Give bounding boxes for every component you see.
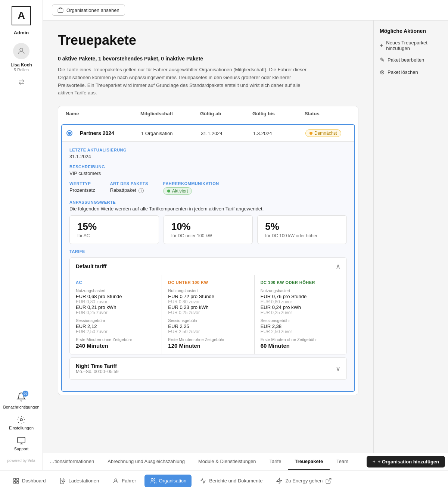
fahrer-dot (167, 190, 170, 193)
anpassung-percent-ac: 15% (77, 221, 151, 232)
minutes-label-ac: Erste Minuten ohne Zeitgebühr (76, 337, 156, 342)
stunde-ac-old: EUR 0,80 zuvor (76, 299, 156, 304)
col-gueltig-bis: Gültig bis (252, 111, 305, 116)
page-body: Treuepakete 0 aktive Pakete, 1 bevorsteh… (43, 21, 373, 453)
anpassung-sub-dc100: für DC unter 100 kW (171, 233, 245, 238)
anpassung-card-ac: 15% für AC (69, 215, 159, 244)
row-status: Demnächst (305, 129, 358, 137)
status-dot (309, 132, 312, 135)
tariff-body: AC Nutzungsbasiert EUR 0,68 pro Stunde E… (70, 275, 346, 354)
sidebar-bottom: 99 Benachrichtigungen Einstellungen Supp… (3, 392, 39, 456)
info-icon[interactable]: i (139, 188, 144, 193)
user-roles: 5 Rollen (14, 68, 29, 72)
avatar (13, 43, 29, 59)
edit-package-label: Paket bearbeiten (388, 57, 424, 63)
col-gueltig-ab: Gültig ab (200, 111, 252, 116)
nav-ladestationen[interactable]: Ladestationen (54, 475, 105, 487)
tab-abrechnung[interactable]: Abrechnung und Ausgleichszahlung (101, 453, 192, 470)
anpassung-sub-dc100plus: für DC 100 kW oder höher (265, 233, 339, 238)
svg-rect-5 (17, 478, 19, 480)
table-row-main: Partners 2024 1 Organisation 31.1.2024 1… (62, 125, 354, 141)
night-tariff-info: Night Time Tariff Mo.–So. 00:00–05:59 (76, 363, 119, 374)
table-row[interactable]: Partners 2024 1 Organisation 31.1.2024 1… (61, 124, 355, 392)
beschreibung-label: BESCHREIBUNG (69, 165, 347, 169)
werttyp-value: Prozentsatz (69, 187, 95, 193)
kwh-dc100-old: EUR 0,25 zuvor (168, 310, 248, 315)
beschreibung-section: BESCHREIBUNG VIP customers (69, 165, 347, 176)
nav-dashboard[interactable]: Dashboard (7, 475, 51, 487)
stunde-dc100plus-old: EUR 0,80 zuvor (261, 299, 340, 304)
nav-organisation[interactable]: Organisation (144, 475, 192, 487)
nav-berichte[interactable]: Berichte und Dokumente (195, 475, 268, 487)
page-title: Treuepakete (58, 32, 358, 48)
session-dc100plus: EUR 2,38 (261, 323, 340, 329)
delete-package-action[interactable]: ⊗ Paket löschen (380, 69, 442, 76)
delete-package-label: Paket löschen (388, 69, 418, 75)
tab-tarife[interactable]: Tarife (263, 453, 288, 470)
breadcrumb-button[interactable]: Organisationen ansehen (52, 4, 125, 16)
session-dc100plus-old: EUR 2,50 zuvor (261, 329, 340, 334)
col-status: Status (305, 111, 358, 116)
gear-icon (17, 415, 26, 424)
default-tariff-header[interactable]: Default tariff ∧ (70, 258, 346, 275)
stunde-dc100-old: EUR 0,80 zuvor (168, 299, 248, 304)
add-package-action[interactable]: + Neues Treueparket hinzufügen (380, 40, 442, 51)
tariff-col-dc100plus: DC 100 KW ODER HÖHER Nutzungsbasiert EUR… (255, 275, 346, 354)
nav-fahrer[interactable]: Fahrer (107, 475, 141, 487)
minutes-label-dc100plus: Erste Minuten ohne Zeitgebühr (261, 337, 340, 342)
nav-energy-label: Zu Energy gehen (285, 478, 323, 484)
notifications-item[interactable]: 99 Benachrichtigungen (3, 392, 39, 409)
org-nav-icon (150, 478, 156, 484)
admin-label: Admin (14, 30, 29, 35)
bottom-nav: Dashboard Ladestationen Fahrer Organisat… (0, 470, 448, 491)
nav-energy[interactable]: Zu Energy gehen (271, 475, 337, 487)
tab-treuepakete[interactable]: Treuepakete (288, 453, 330, 470)
add-org-plus-icon: + (373, 459, 376, 465)
switch-icon[interactable]: ⇄ (19, 78, 24, 86)
reports-icon (200, 478, 206, 484)
session-label-dc100plus: Sessionsgebühr (261, 318, 340, 323)
energy-icon (276, 478, 283, 484)
settings-label: Einstellungen (9, 426, 34, 430)
tariff-col-ac: AC Nutzungsbasiert EUR 0,68 pro Stunde E… (70, 275, 162, 354)
radio-selected (66, 130, 72, 136)
add-org-button[interactable]: + + Organisation hinzufügen (367, 456, 445, 467)
tariff-col-title-dc100plus: DC 100 KW ODER HÖHER (261, 280, 340, 285)
settings-item[interactable]: Einstellungen (9, 415, 34, 430)
kwh-dc100: EUR 0,23 pro kWh (168, 304, 248, 310)
night-tariff-header[interactable]: Night Time Tariff Mo.–So. 00:00–05:59 ∨ (70, 358, 346, 379)
nutz-label-ac: Nutzungsbasiert (76, 288, 156, 293)
delete-icon: ⊗ (380, 69, 385, 76)
tab-team[interactable]: Team (330, 453, 355, 470)
external-link-icon (325, 478, 332, 484)
beschreibung-value: VIP customers (69, 171, 347, 176)
stunde-dc100plus: EUR 0,76 pro Stunde (261, 294, 340, 299)
support-item[interactable]: Support (14, 436, 29, 451)
nav-dashboard-label: Dashboard (22, 478, 46, 484)
chevron-up-icon: ∧ (336, 262, 340, 270)
werttyp-label: WERTTYP (69, 181, 95, 186)
tab-tionsinformationen[interactable]: …tionsinformationen (43, 453, 101, 470)
edit-package-action[interactable]: ✎ Paket bearbeiten (380, 56, 442, 63)
tab-module[interactable]: Module & Dienstleistungen (192, 453, 263, 470)
driver-icon (112, 478, 119, 484)
fahrer-value: Aktiviert (163, 187, 219, 195)
edit-icon: ✎ (380, 56, 385, 63)
minutes-dc100: 120 Minuten (168, 343, 248, 349)
anpassung-card-dc100plus: 5% für DC 100 kW oder höher (257, 215, 347, 244)
letzte-aktualisierung-section: LETZTE AKTUALISIERUNG 31.1.2024 (69, 148, 347, 159)
notifications-label: Benachrichtigungen (3, 405, 39, 409)
plus-icon: + (380, 42, 383, 49)
kwh-ac: EUR 0,21 pro kWh (76, 304, 156, 310)
nav-fahrer-label: Fahrer (122, 478, 136, 484)
anpassungswerte-label: ANPASSUNGSWERTE (69, 200, 347, 204)
notifications-icon-wrap: 99 (16, 392, 26, 403)
minutes-label-dc100: Erste Minuten ohne Zeitgebühr (168, 337, 248, 342)
charging-icon (59, 478, 66, 484)
summary-line: 0 aktive Pakete, 1 bevorstehendes Paket,… (58, 56, 358, 62)
stunde-dc100: EUR 0,72 pro Stunde (168, 294, 248, 299)
description-text: Die Tarife eines Treuepaketes gelten nur… (58, 66, 312, 97)
add-org-label: + Organisation hinzufügen (378, 459, 439, 465)
svg-line-11 (328, 478, 331, 481)
svg-rect-4 (13, 478, 15, 480)
